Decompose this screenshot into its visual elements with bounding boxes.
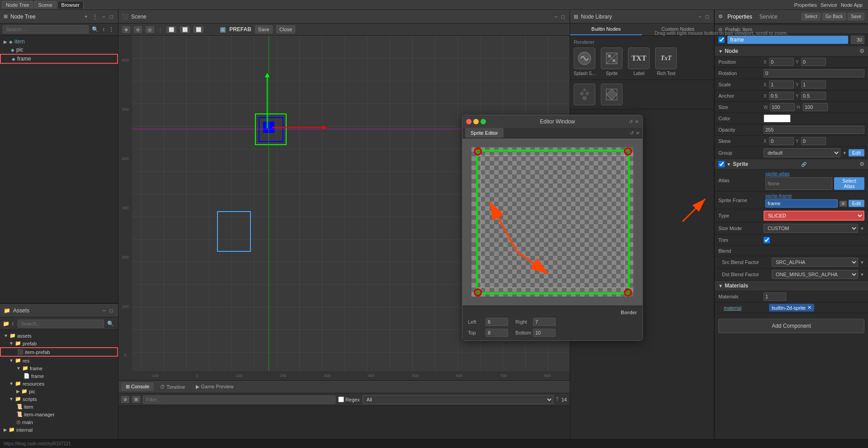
scene-minimize[interactable]: − — [553, 13, 559, 20]
border-bottom-input[interactable] — [533, 329, 556, 337]
asset-item-frame-file[interactable]: 📄 frame — [0, 372, 118, 380]
corner-bl[interactable] — [474, 288, 482, 297]
toolbar-btn-2[interactable]: ⬜ — [180, 26, 190, 33]
position-y-input[interactable] — [801, 58, 826, 66]
anchor-y-input[interactable] — [801, 92, 826, 100]
asset-item-frame-folder[interactable]: ▼ 📁 frame — [0, 364, 118, 372]
sprite-editor-tab[interactable]: Sprite Editor — [465, 128, 504, 138]
save-props-btn[interactable]: Save — [848, 13, 864, 20]
node-app-tab-label[interactable]: Node App — [841, 2, 863, 8]
corner-br[interactable] — [624, 288, 632, 297]
tree-item-frame[interactable]: ◆ frame — [0, 54, 118, 64]
asset-item-scripts[interactable]: ▼ 📁 scripts — [0, 395, 118, 403]
frame-value-input[interactable] — [765, 199, 838, 207]
sprite-renderer[interactable]: Sprite — [601, 47, 623, 76]
asset-item-internal[interactable]: ▶ 📁 internal — [0, 426, 118, 434]
builtin-nodes-tab[interactable]: Builtin Nodes — [570, 24, 642, 35]
sprite-editor-canvas[interactable] — [462, 138, 642, 306]
tilemap-renderer[interactable] — [601, 84, 623, 105]
assets-search-btn[interactable]: 🔍 — [106, 320, 115, 327]
asset-item-assets[interactable]: ▼ 📁 assets — [0, 332, 118, 340]
scene-maximize[interactable]: □ — [560, 13, 566, 20]
select-btn[interactable]: Select — [802, 13, 821, 20]
scale-x-input[interactable] — [769, 80, 794, 89]
asset-item-item-prefab[interactable]: ⬛ item-prefab — [0, 347, 118, 357]
material-tag-remove[interactable]: ✕ — [807, 305, 811, 311]
win-refresh-icon[interactable]: ↺ — [629, 119, 633, 125]
tab-properties[interactable]: Properties — [726, 13, 754, 21]
tab-console[interactable]: ⊞ Console — [121, 382, 154, 391]
corner-tr[interactable] — [624, 147, 632, 156]
material-link[interactable]: material — [724, 305, 741, 311]
close-btn-traffic[interactable] — [466, 119, 472, 124]
node-lib-minimize[interactable]: − — [697, 13, 703, 20]
console-filter-input[interactable] — [143, 396, 335, 404]
node-tree-add-btn[interactable]: + — [83, 13, 89, 20]
tree-item-item[interactable]: ▶ ◆ item — [0, 38, 118, 46]
group-select[interactable]: default — [764, 148, 840, 157]
filter-icon[interactable]: ⋮ — [107, 26, 115, 33]
tab-scene[interactable]: Scene — [34, 1, 56, 9]
component-enable-checkbox[interactable] — [718, 37, 725, 43]
sprite-section-gear[interactable]: ⚙ — [859, 161, 864, 167]
win-tab-refresh[interactable]: ↺ — [630, 130, 634, 136]
tab-node-tree[interactable]: Node Tree — [2, 1, 33, 9]
tree-item-pic[interactable]: ◆ pic — [0, 46, 118, 54]
border-right-input[interactable] — [533, 318, 556, 326]
rotation-input[interactable] — [764, 69, 864, 77]
search-icon[interactable]: 🔍 — [90, 26, 100, 33]
dst-blend-select[interactable]: ONE_MINUS_SRC_ALPHA — [772, 270, 858, 279]
node-tree-maximize-btn[interactable]: □ — [108, 13, 114, 20]
frame-clear-btn[interactable]: ✕ — [840, 201, 847, 207]
atlas-value-input[interactable] — [765, 177, 832, 190]
skew-x-input[interactable] — [769, 137, 794, 145]
properties-tab-label[interactable]: Properties — [794, 2, 817, 8]
size-h-input[interactable] — [803, 103, 828, 111]
sprite-section-icon1[interactable]: 🔗 — [801, 162, 807, 167]
scale-y-input[interactable] — [801, 80, 826, 89]
component-name-input[interactable] — [727, 36, 848, 44]
material-tag[interactable]: builtin-2d-sprite ✕ — [769, 304, 814, 311]
toolbar-btn-3[interactable]: ⬜ — [193, 26, 203, 33]
asset-item-resources[interactable]: ▼ 📁 resources — [0, 380, 118, 387]
size-w-input[interactable] — [770, 103, 795, 111]
zoom-in-btn[interactable]: ⊕ — [122, 26, 130, 33]
group-edit-btn[interactable]: Edit — [849, 149, 864, 156]
add-component-btn[interactable]: Add Component — [718, 319, 864, 333]
particle-renderer[interactable] — [574, 84, 595, 105]
asset-item-res[interactable]: ▼ 📁 res — [0, 357, 118, 364]
opacity-input[interactable] — [764, 126, 864, 134]
size-mode-select[interactable]: CUSTOM — [764, 224, 858, 233]
assets-maximize[interactable]: □ — [108, 307, 114, 314]
type-select[interactable]: SLICED — [764, 211, 864, 221]
rich-text-renderer[interactable]: TxT Rich Text — [655, 47, 677, 76]
toolbar-btn-1[interactable]: ⬜ — [166, 26, 176, 33]
maximize-btn-traffic[interactable] — [481, 119, 486, 124]
node-tree-minimize-btn[interactable]: − — [101, 13, 107, 20]
service-tab-label[interactable]: Service — [821, 2, 837, 8]
zoom-reset-btn[interactable]: ◎ — [146, 26, 154, 33]
asset-item-main[interactable]: ◎ main — [0, 418, 118, 426]
frame-link[interactable]: sprite-frame — [765, 193, 864, 198]
anchor-x-input[interactable] — [769, 92, 794, 100]
tab-browser[interactable]: Browser — [57, 1, 84, 9]
go-back-btn[interactable]: Go Back — [822, 13, 846, 20]
save-prefab-btn[interactable]: Save — [255, 25, 273, 33]
node-tree-settings-btn[interactable]: ⋮ — [91, 13, 99, 20]
console-copy-btn[interactable]: ⊞ — [132, 396, 140, 403]
win-tab-close[interactable]: ✕ — [636, 130, 640, 136]
skew-y-input[interactable] — [801, 137, 826, 145]
border-top-input[interactable] — [486, 329, 508, 337]
asset-item-item-script[interactable]: 📜 item — [0, 403, 118, 410]
console-clear-btn[interactable]: ⊘ — [121, 396, 129, 403]
splash-renderer[interactable]: Splash S... — [574, 47, 595, 76]
sort-icon[interactable]: ↕ — [101, 26, 106, 33]
tab-service[interactable]: Service — [758, 13, 779, 21]
asset-item-prefab[interactable]: ▼ 📁 prefab — [0, 340, 118, 347]
trim-checkbox[interactable] — [764, 237, 770, 243]
border-left-input[interactable] — [486, 318, 508, 326]
src-blend-select[interactable]: SRC_ALPHA — [772, 258, 858, 267]
node-section-gear[interactable]: ⚙ — [859, 48, 864, 54]
tab-timeline[interactable]: ⏱ Timeline — [156, 383, 189, 391]
position-x-input[interactable] — [769, 58, 794, 66]
